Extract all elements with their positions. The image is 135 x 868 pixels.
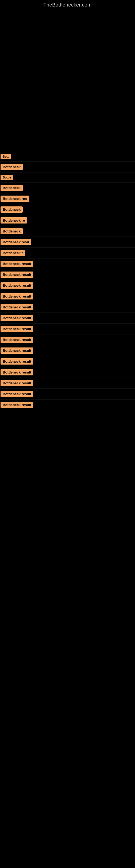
site-title-container: TheBottlenecker.com [0, 0, 135, 8]
bottleneck-result-badge[interactable]: Bottleneck r [1, 250, 25, 256]
bottleneck-result-badge[interactable]: Bottleneck result [1, 391, 33, 397]
bottleneck-result-badge[interactable]: Bottle [1, 175, 13, 180]
list-item: Bottleneck result [0, 400, 135, 410]
list-item: Bottleneck [0, 226, 135, 237]
list-item: Bottleneck result [0, 269, 135, 280]
list-item: Bottleneck result [0, 356, 135, 367]
bottleneck-result-badge[interactable]: Bottleneck result [1, 358, 33, 365]
bottleneck-result-badge[interactable]: Bottleneck [1, 228, 23, 235]
list-item: Bottleneck result [0, 335, 135, 345]
bottleneck-result-badge[interactable]: Bottleneck result [1, 380, 33, 386]
bottleneck-result-badge[interactable]: Bottleneck result [1, 347, 33, 354]
bottleneck-result-badge[interactable]: Bottleneck [1, 185, 23, 191]
site-title: TheBottlenecker.com [0, 0, 135, 8]
bottleneck-result-badge[interactable]: Bottleneck result [1, 326, 33, 332]
bottleneck-result-badge[interactable]: Bott [1, 154, 11, 159]
list-item: Bottleneck result [0, 389, 135, 400]
bottleneck-result-badge[interactable]: Bottleneck re [1, 217, 27, 223]
bottleneck-result-badge[interactable]: Bottleneck result [1, 282, 33, 289]
bottleneck-result-badge[interactable]: Bottleneck resu [1, 239, 31, 245]
bottleneck-result-badge[interactable]: Bottleneck result [1, 293, 33, 300]
list-item: Bottleneck [0, 162, 135, 173]
bottleneck-result-badge[interactable]: Bottleneck result [1, 369, 33, 375]
list-item: Bottleneck result [0, 291, 135, 302]
bottleneck-result-badge[interactable]: Bottleneck res [1, 195, 29, 202]
list-item: Bottleneck result [0, 345, 135, 356]
list-item: Bottleneck result [0, 323, 135, 335]
results-section: BottBottleneckBottleBottleneckBottleneck… [0, 152, 135, 410]
bottleneck-result-badge[interactable]: Bottleneck result [1, 402, 33, 408]
list-item: Bottleneck result [0, 367, 135, 378]
list-item: Bottleneck [0, 183, 135, 193]
bottleneck-result-badge[interactable]: Bottleneck result [1, 304, 33, 310]
list-item: Bottleneck [0, 204, 135, 215]
list-item: Bottleneck result [0, 280, 135, 291]
bottleneck-result-badge[interactable]: Bottleneck result [1, 261, 33, 267]
chart-area [0, 8, 135, 149]
list-item: Bottle [0, 173, 135, 183]
list-item: Bottleneck resu [0, 237, 135, 248]
list-item: Bottleneck re [0, 215, 135, 226]
list-item: Bottleneck result [0, 313, 135, 323]
bottleneck-result-badge[interactable]: Bottleneck result [1, 315, 33, 321]
list-item: Bottleneck result [0, 378, 135, 389]
list-item: Bottleneck result [0, 302, 135, 313]
bottleneck-result-badge[interactable]: Bottleneck result [1, 272, 33, 278]
list-item: Bott [0, 152, 135, 162]
list-item: Bottleneck res [0, 193, 135, 204]
list-item: Bottleneck result [0, 258, 135, 269]
bottleneck-result-badge[interactable]: Bottleneck [1, 164, 23, 170]
axis-line-left [3, 24, 3, 105]
bottleneck-result-badge[interactable]: Bottleneck result [1, 337, 33, 343]
bottleneck-result-badge[interactable]: Bottleneck [1, 207, 23, 213]
list-item: Bottleneck r [0, 248, 135, 258]
